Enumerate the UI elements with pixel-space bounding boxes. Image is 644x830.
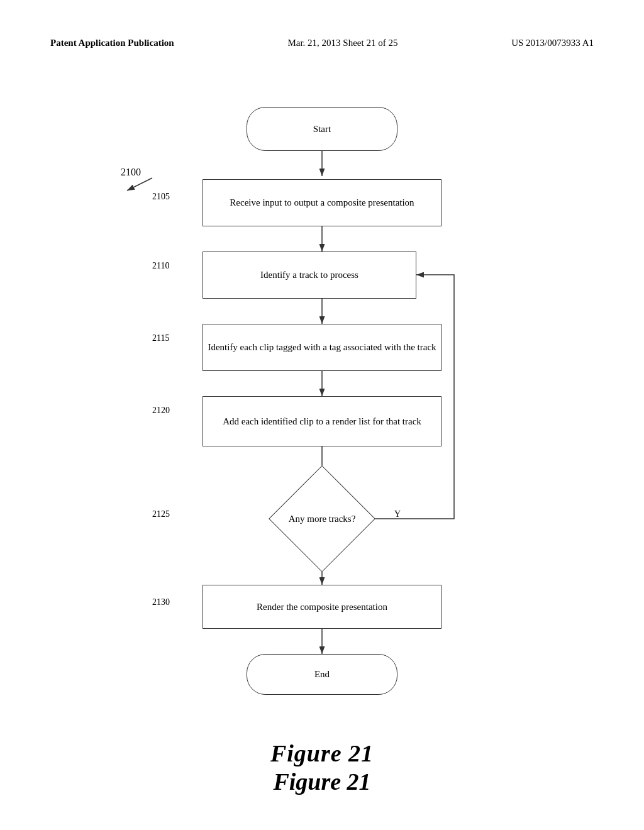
- step-2115-label: 2115: [152, 333, 169, 343]
- step-2125-text: Any more tracks?: [289, 512, 356, 526]
- figure-label: Figure 21: [270, 739, 374, 767]
- step-2115-box: Identify each clip tagged with a tag ass…: [203, 324, 441, 371]
- step-2105-label: 2105: [152, 192, 170, 202]
- publication-label: Patent Application Publication: [50, 38, 174, 48]
- step-2125-diamond-container: Any more tracks?: [253, 478, 391, 560]
- step-2130-box: Render the composite presentation: [203, 585, 441, 629]
- patent-number-label: US 2013/0073933 A1: [511, 38, 594, 48]
- step-2110-box: Identify a track to process: [203, 252, 416, 299]
- diagram-id-arrow: [121, 175, 158, 194]
- step-2105-box: Receive input to output a composite pres…: [203, 179, 441, 226]
- page-header: Patent Application Publication Mar. 21, …: [0, 38, 644, 48]
- step-2125-label: 2125: [152, 509, 170, 519]
- yes-label: Y: [394, 509, 401, 519]
- date-sheet-label: Mar. 21, 2013 Sheet 21 of 25: [287, 38, 397, 48]
- start-box: Start: [247, 107, 397, 151]
- step-2130-label: 2130: [152, 597, 170, 607]
- figure-caption: Figure 21: [273, 768, 370, 795]
- end-box: End: [247, 654, 397, 695]
- flowchart-diagram: 2100 Start 2105 Receive input to output …: [102, 82, 542, 773]
- svg-line-8: [127, 178, 152, 191]
- diagram-container: 2100 Start 2105 Receive input to output …: [0, 82, 644, 767]
- step-2120-box: Add each identified clip to a render lis…: [203, 396, 441, 446]
- step-2110-label: 2110: [152, 261, 169, 271]
- step-2120-label: 2120: [152, 406, 170, 416]
